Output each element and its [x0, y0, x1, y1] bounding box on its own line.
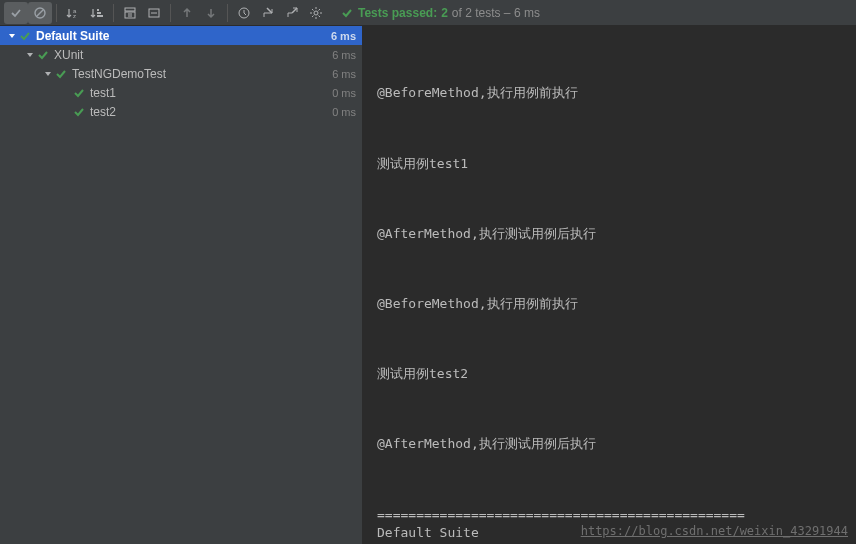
console-line: @BeforeMethod,执行用例前执行	[377, 295, 842, 313]
svg-rect-5	[97, 12, 101, 14]
svg-rect-4	[97, 9, 99, 11]
expander-icon[interactable]	[6, 30, 18, 42]
toolbar-separator	[170, 4, 171, 22]
expander-icon[interactable]	[24, 49, 36, 61]
show-ignored-toggle[interactable]	[28, 2, 52, 24]
test-node-time: 6 ms	[332, 49, 356, 61]
svg-point-14	[314, 11, 318, 15]
test-node-name: XUnit	[54, 48, 83, 62]
check-icon	[340, 6, 354, 20]
test-node-time: 0 ms	[332, 87, 356, 99]
console-output[interactable]: @BeforeMethod,执行用例前执行测试用例test1@AfterMeth…	[363, 26, 856, 544]
status-passed-count: 2	[441, 6, 448, 20]
test-node-time: 6 ms	[332, 68, 356, 80]
svg-rect-8	[125, 12, 135, 18]
console-line: @AfterMethod,执行测试用例后执行	[377, 435, 842, 453]
sort-alpha-button[interactable]: az	[61, 2, 85, 24]
prev-failed-button[interactable]	[175, 2, 199, 24]
test-tree-row[interactable]: test10 ms	[0, 83, 362, 102]
content-area: Default Suite6 msXUnit6 msTestNGDemoTest…	[0, 26, 856, 544]
export-results-button[interactable]	[280, 2, 304, 24]
expander-icon	[60, 87, 72, 99]
console-line: @BeforeMethod,执行用例前执行	[377, 84, 842, 102]
collapse-all-button[interactable]	[142, 2, 166, 24]
expand-all-button[interactable]	[118, 2, 142, 24]
svg-rect-7	[125, 8, 135, 11]
watermark-text: https://blog.csdn.net/weixin_43291944	[581, 523, 848, 540]
settings-button[interactable]	[304, 2, 328, 24]
test-node-time: 0 ms	[332, 106, 356, 118]
svg-line-1	[37, 10, 43, 16]
test-node-name: test2	[90, 105, 116, 119]
test-node-time: 6 ms	[331, 30, 356, 42]
pass-icon	[36, 48, 50, 62]
pass-icon	[72, 86, 86, 100]
expander-icon[interactable]	[42, 68, 54, 80]
test-tree-panel[interactable]: Default Suite6 msXUnit6 msTestNGDemoTest…	[0, 26, 363, 544]
test-status-bar: Tests passed: 2 of 2 tests – 6 ms	[328, 6, 852, 20]
test-node-name: Default Suite	[36, 29, 109, 43]
test-tree-row[interactable]: test20 ms	[0, 102, 362, 121]
console-line: 测试用例test2	[377, 365, 842, 383]
console-line: @AfterMethod,执行测试用例后执行	[377, 225, 842, 243]
sort-duration-button[interactable]	[85, 2, 109, 24]
test-node-name: test1	[90, 86, 116, 100]
pass-icon	[72, 105, 86, 119]
next-failed-button[interactable]	[199, 2, 223, 24]
console-line: 测试用例test1	[377, 155, 842, 173]
svg-rect-6	[97, 15, 103, 17]
test-tree-row[interactable]: XUnit6 ms	[0, 45, 362, 64]
show-passed-toggle[interactable]	[4, 2, 28, 24]
pass-icon	[18, 29, 32, 43]
toolbar-separator	[56, 4, 57, 22]
expander-icon	[60, 106, 72, 118]
test-tree-row[interactable]: Default Suite6 ms	[0, 26, 362, 45]
pass-icon	[54, 67, 68, 81]
test-toolbar: az Tests passed: 2 of 2 tests – 6 ms	[0, 0, 856, 26]
status-total-text: of 2 tests – 6 ms	[452, 6, 540, 20]
test-history-button[interactable]	[232, 2, 256, 24]
test-node-name: TestNGDemoTest	[72, 67, 166, 81]
status-prefix: Tests passed:	[358, 6, 437, 20]
toolbar-separator	[227, 4, 228, 22]
import-results-button[interactable]	[256, 2, 280, 24]
svg-text:z: z	[73, 13, 76, 19]
toolbar-separator	[113, 4, 114, 22]
test-tree-row[interactable]: TestNGDemoTest6 ms	[0, 64, 362, 83]
